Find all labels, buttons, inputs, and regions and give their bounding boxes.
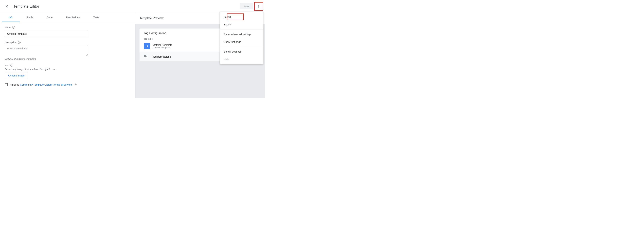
tag-badge: U — [144, 43, 150, 49]
menu-item-import[interactable]: Import — [220, 13, 264, 21]
icon-label-row: Icon ? — [5, 64, 130, 67]
agree-checkbox[interactable] — [5, 83, 8, 86]
svg-point-1 — [258, 6, 259, 7]
menu-divider — [220, 29, 264, 30]
menu-item-export[interactable]: Export — [220, 21, 264, 28]
name-label-row: Name ? — [5, 26, 130, 29]
menu-item-advanced[interactable]: Show advanced settings — [220, 31, 264, 38]
menu-divider — [220, 47, 264, 47]
icon-hint: Select only images that you have the rig… — [5, 68, 130, 71]
tag-info: Untitled Template Custom Template — [153, 44, 172, 49]
name-label: Name — [5, 26, 11, 29]
name-input[interactable] — [5, 30, 88, 37]
tab-code[interactable]: Code — [40, 13, 60, 22]
svg-point-0 — [258, 5, 259, 6]
help-icon[interactable]: ? — [12, 26, 15, 29]
name-field-row: Name ? — [5, 26, 130, 37]
character-count: 200/200 characters remaining — [5, 57, 130, 60]
tag-name: Untitled Template — [153, 44, 172, 46]
description-label-row: Description ? — [5, 41, 130, 44]
permissions-label: Tag permissions — [152, 55, 171, 58]
svg-point-2 — [258, 7, 259, 8]
agree-row: Agree to Community Template Gallery Term… — [5, 83, 130, 86]
icon-field-row: Icon ? Select only images that you have … — [5, 64, 130, 79]
description-textarea[interactable] — [5, 45, 88, 56]
form-area: Name ? Description ? 200/200 characters … — [0, 22, 135, 90]
more-vert-icon — [257, 5, 260, 8]
menu-item-test-page[interactable]: Show test page — [220, 38, 264, 46]
terms-link[interactable]: Community Template Gallery Terms of Serv… — [20, 83, 72, 86]
header-bar: Template Editor Save — [0, 0, 265, 13]
key-icon — [144, 55, 148, 59]
save-button[interactable]: Save — [240, 3, 253, 10]
agree-prefix: Agree to — [10, 83, 20, 86]
tab-fields[interactable]: Fields — [20, 13, 40, 22]
editor-pane: Info Fields Code Permissions Tests Name … — [0, 13, 135, 98]
close-button[interactable] — [3, 2, 11, 11]
page-title: Template Editor — [14, 4, 240, 9]
help-icon[interactable]: ? — [74, 84, 76, 86]
tab-tests[interactable]: Tests — [87, 13, 106, 22]
icon-label: Icon — [5, 64, 9, 67]
tab-permissions[interactable]: Permissions — [60, 13, 87, 22]
overflow-menu: Import Export Show advanced settings Sho… — [220, 12, 264, 64]
description-field-row: Description ? 200/200 characters remaini… — [5, 41, 130, 60]
tag-subtitle: Custom Template — [153, 46, 172, 49]
description-label: Description — [5, 41, 16, 44]
help-icon[interactable]: ? — [10, 64, 13, 67]
agree-text: Agree to Community Template Gallery Term… — [10, 83, 76, 86]
menu-item-feedback[interactable]: Send Feedback — [220, 48, 264, 55]
close-icon — [5, 5, 8, 8]
tab-info[interactable]: Info — [2, 13, 20, 22]
tabs-bar: Info Fields Code Permissions Tests — [0, 13, 135, 22]
help-icon[interactable]: ? — [18, 41, 20, 44]
menu-item-help[interactable]: Help — [220, 55, 264, 63]
more-menu-button[interactable] — [255, 3, 262, 10]
choose-image-button[interactable]: Choose image — [5, 72, 28, 79]
